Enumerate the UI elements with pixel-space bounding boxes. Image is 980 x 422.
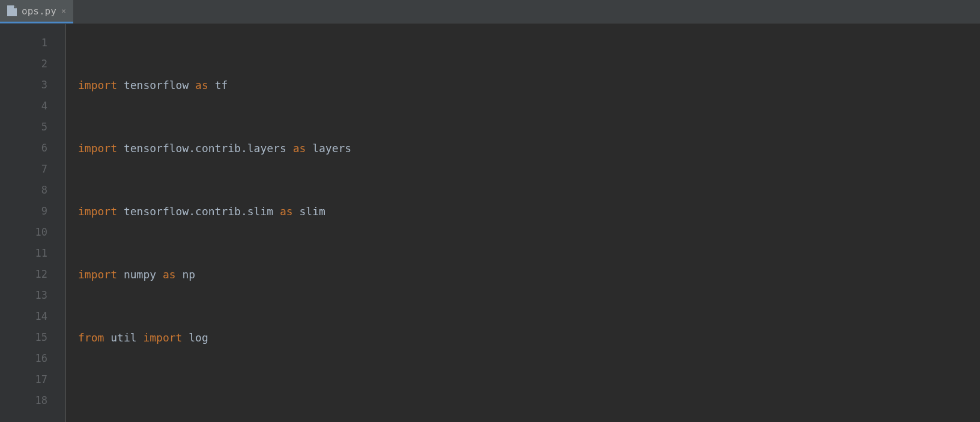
line-number: 12	[0, 264, 47, 285]
line-number: 16	[0, 348, 47, 369]
gutter: 1 2 3 4 5 6 7 8 9 10 11 12 13 14 15 16 1…	[0, 24, 66, 422]
line-number: 7	[0, 159, 47, 180]
line-number: 18	[0, 390, 47, 411]
line-number: 10	[0, 222, 47, 243]
line-number: 11	[0, 243, 47, 264]
line-number: 13	[0, 285, 47, 306]
line-number: 3	[0, 75, 47, 96]
line-number: 4	[0, 96, 47, 117]
code-line: import tensorflow.contrib.slim as slim	[78, 201, 599, 222]
line-number: 8	[0, 180, 47, 201]
line-number: 5	[0, 117, 47, 138]
editor: 1 2 3 4 5 6 7 8 9 10 11 12 13 14 15 16 1…	[0, 24, 980, 422]
close-icon[interactable]: ×	[61, 6, 66, 16]
code-area[interactable]: import tensorflow as tf import tensorflo…	[66, 24, 599, 422]
line-number: 15	[0, 327, 47, 348]
line-number: 2	[0, 54, 47, 75]
line-number: 9	[0, 201, 47, 222]
tab-filename: ops.py	[22, 5, 56, 17]
line-number: 14	[0, 306, 47, 327]
file-icon	[7, 5, 17, 16]
code-line: import tensorflow as tf	[78, 75, 599, 96]
code-line: import numpy as np	[78, 264, 599, 285]
code-line: from util import log	[78, 327, 599, 348]
tab-ops-py[interactable]: ops.py ×	[0, 0, 73, 23]
line-number: 17	[0, 369, 47, 390]
line-number: 6	[0, 138, 47, 159]
line-number: 1	[0, 32, 47, 54]
code-line: import tensorflow.contrib.layers as laye…	[78, 138, 599, 159]
tab-bar: ops.py ×	[0, 0, 980, 24]
code-line	[78, 390, 599, 411]
